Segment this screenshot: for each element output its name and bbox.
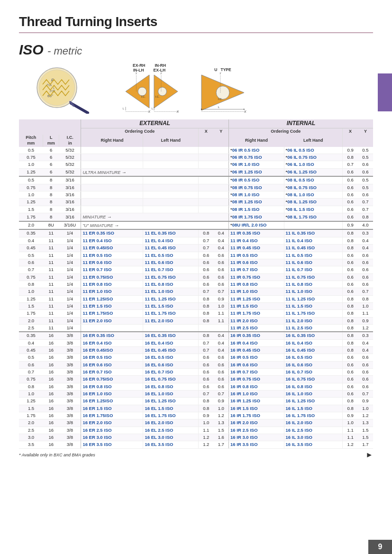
table-row: 1.2565/32ULTRA MINIATURE →*06 IR 1.25 IS…: [19, 168, 373, 176]
next-arrow: ►: [365, 451, 373, 459]
table-row: 0.8111/411 ER 0.8 ISO11 EL 0.8 ISO0.60.6…: [19, 281, 373, 288]
diagram-u-type: U TYPE Y X I.C. L: [197, 67, 249, 114]
svg-text:Y: Y: [219, 73, 222, 75]
svg-point-10: [138, 87, 146, 96]
table-row: 0.4111/411 ER 0.4 ISO11 EL 0.4 ISO0.70.4…: [19, 237, 373, 244]
internal-header: INTERNAL: [229, 119, 373, 128]
svg-point-17: [158, 87, 167, 96]
insert-diagrams: EX-RHIN-RH IN-LHEX-LH Y X I.C. Y X: [119, 63, 373, 114]
svg-text:L: L: [218, 106, 220, 109]
product-table: EXTERNAL INTERNAL Ordering Code X Y Orde…: [19, 119, 373, 449]
table-row: 0.5163/816 ER 0.5 ISO16 EL 0.5 ISO0.60.6…: [19, 354, 373, 361]
diagram-ex-rh: EX-RHIN-RH IN-LHEX-LH Y X I.C. Y X: [119, 63, 180, 114]
external-header: EXTERNAL: [81, 119, 229, 128]
table-row: 0.565/32*06 IR 0.5 ISO*06 IL 0.5 ISO0.90…: [19, 147, 373, 154]
page-title: Thread Turning Inserts: [19, 14, 373, 33]
table-row: 0.583/16*08 IR 0.5 ISO*08 IL 0.5 ISO0.60…: [19, 176, 373, 184]
table-row: 1.75163/816 ER 1.75ISO16 EL 1.75 ISO0.91…: [19, 412, 373, 419]
svg-text:L: L: [152, 107, 153, 110]
table-row: 1.25111/411 ER 1.25ISO11 EL 1.25 ISO0.80…: [19, 295, 373, 302]
table-row: 0.7565/32*06 IR 0.75 ISO*06 IL 0.75 ISO0…: [19, 154, 373, 161]
table-row: 2.0163/816 ER 2.0 ISO16 EL 2.0 ISO1.01.3…: [19, 419, 373, 427]
accent-box: [378, 73, 392, 111]
table-row: 2.5111/411 IR 2.5 ISO11 IL 2.5 ISO0.81.2: [19, 324, 373, 332]
table-row: 1.5163/816 ER 1.5 ISO16 EL 1.5 ISO0.81.0…: [19, 405, 373, 412]
table-row: 3.5163/816 ER 3.5 ISO16 EL 3.5 ISO1.21.7…: [19, 441, 373, 448]
svg-text:I.C.: I.C.: [218, 98, 223, 100]
svg-text:X: X: [244, 110, 246, 113]
table-row: 0.6163/816 ER 0.6 ISO16 EL 0.6 ISO0.60.6…: [19, 361, 373, 368]
table-row: 2.5163/816 ER 2.5 ISO16 EL 2.5 ISO1.11.5…: [19, 427, 373, 434]
table-row: 1.0163/816 ER 1.0 ISO16 EL 1.0 ISO0.70.7…: [19, 391, 373, 398]
footnote: * Available only in BXC and BMA grades: [19, 453, 373, 457]
table-row: 0.75111/411 ER 0.75ISO11 EL 0.75 ISO0.60…: [19, 273, 373, 281]
table-row: 0.5111/411 ER 0.5 ISO11 EL 0.5 ISO0.60.6…: [19, 252, 373, 259]
table-row: 3.0163/816 ER 3.0 ISO16 EL 3.0 ISO1.21.6…: [19, 434, 373, 441]
table-row: 1.2583/16*08 IR 1.25 ISO*08 IL 1.25 ISO0…: [19, 199, 373, 206]
svg-text:I.C.: I.C.: [141, 95, 146, 98]
table-row: 1.7583/16MINIATURE →*08 IR 1.75 ISO*08 I…: [19, 213, 373, 221]
table-row: 1.75111/411 ER 1.75ISO11 EL 1.75 ISO0.81…: [19, 310, 373, 317]
svg-text:Y: Y: [135, 73, 138, 75]
table-row: 0.45111/411 ER 0.45ISO11 EL 0.45 ISO0.70…: [19, 245, 373, 252]
iso-heading: ISO - metric: [19, 42, 82, 57]
table-row: 1.583/16*08 IR 1.5 ISO*08 IL 1.5 ISO0.60…: [19, 206, 373, 213]
table-row: 0.8163/816 ER 0.8 ISO16 EL 0.8 ISO0.60.6…: [19, 383, 373, 390]
table-row: 1.25163/816 ER 1.25ISO16 EL 1.25 ISO0.80…: [19, 398, 373, 405]
table-row: 1.065/32*06 IR 1.0 ISO*06 IL 1.0 ISO0.70…: [19, 161, 373, 168]
svg-text:X: X: [148, 110, 151, 113]
table-row: 0.7583/16*08 IR 0.75 ISO*08 IL 0.75 ISO0…: [19, 184, 373, 191]
table-row: 0.45163/816 ER 0.45ISO16 EL 0.45 ISO0.70…: [19, 346, 373, 354]
tool-diagram: P P/A L P/B 60°: [19, 62, 109, 114]
page-number: 9: [368, 540, 392, 554]
table-row: 0.75163/816 ER 0.75ISO16 EL 0.75 ISO0.60…: [19, 376, 373, 383]
table-row: 2.0111/411 ER 2.0 ISO11 EL 2.0 ISO0.81.1…: [19, 317, 373, 324]
svg-text:L: L: [53, 86, 55, 90]
table-row: 0.4163/816 ER 0.4 ISO16 EL 0.4 ISO0.70.4…: [19, 339, 373, 346]
table-row: 0.6111/411 ER 0.6 ISO11 EL 0.6 ISO0.60.6…: [19, 259, 373, 266]
svg-text:L: L: [123, 107, 124, 110]
svg-line-8: [70, 102, 73, 106]
table-row: 2.08U3/16U"U" MINIATURE →*08U IR/L 2.0 I…: [19, 221, 373, 230]
table-row: 0.7111/411 ER 0.7 ISO11 EL 0.7 ISO0.60.6…: [19, 266, 373, 273]
table-row: 0.35163/816 ER 0.35 ISO16 EL 0.35 ISO0.8…: [19, 332, 373, 339]
table-row: 1.0111/411 ER 1.0 ISO11 EL 1.0 ISO0.70.7…: [19, 288, 373, 295]
table-row: 1.083/16*08 IR 1.0 ISO*08 IL 1.0 ISO0.60…: [19, 191, 373, 199]
table-row: 0.7163/816 ER 0.7 ISO16 EL 0.7 ISO0.60.6…: [19, 369, 373, 376]
table-row: 0.35111/411 ER 0.35 ISO11 EL 0.35 ISO0.8…: [19, 229, 373, 237]
svg-text:I.C.: I.C.: [155, 95, 160, 98]
svg-text:Y: Y: [160, 73, 163, 75]
diagrams-container: P P/A L P/B 60° EX-RHIN-RH IN-LHEX-LH: [19, 62, 373, 114]
svg-text:X: X: [176, 110, 179, 113]
table-row: 1.5111/411 ER 1.5 ISO11 EL 1.5 ISO0.81.0…: [19, 302, 373, 309]
